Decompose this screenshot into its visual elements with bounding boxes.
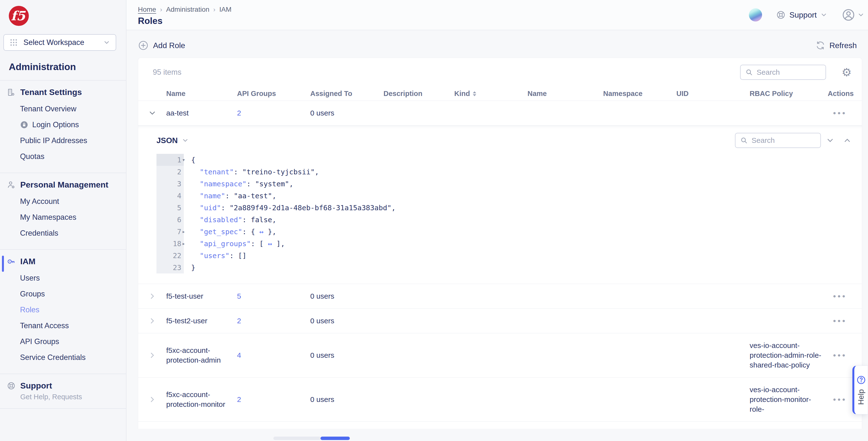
column-header-assigned-to: Assigned To xyxy=(310,90,383,98)
json-code-line: 4 "name": "aa-test", xyxy=(156,190,851,202)
json-code-block: 1▾{2 "tenant": "treino-tyjcbsii",3 "name… xyxy=(156,154,851,273)
role-name: f5-test-user xyxy=(166,291,237,301)
table-settings-gear-icon[interactable]: ⚙ xyxy=(842,67,851,78)
sidebar-item-quotas[interactable]: Quotas xyxy=(20,148,126,164)
support-menu[interactable]: Support xyxy=(776,10,828,20)
json-code-line: 6 "disabled": false, xyxy=(156,214,851,226)
content-area: Add Role Refresh 95 items xyxy=(126,30,868,441)
expand-chevron-icon[interactable] xyxy=(148,395,157,404)
user-avatar-icon xyxy=(842,8,855,22)
json-code-line: 2 "tenant": "treino-tyjcbsii", xyxy=(156,166,851,178)
sidebar-item-users[interactable]: Users xyxy=(20,270,126,286)
column-header-api-groups: API Groups xyxy=(237,90,310,98)
lock-icon xyxy=(20,121,28,129)
prev-match-chevron-up-icon[interactable] xyxy=(843,136,851,145)
lifebuoy-icon xyxy=(7,381,16,390)
f5-logo[interactable]: f5 xyxy=(9,6,29,26)
section-header-iam[interactable]: IAM xyxy=(7,257,126,266)
app-window: f5 Select Workspace Administration Tenan… xyxy=(0,0,868,441)
line-gutter: 2 xyxy=(156,166,184,178)
account-menu[interactable] xyxy=(842,8,865,22)
items-count: 95 items xyxy=(153,68,740,77)
add-role-label: Add Role xyxy=(153,41,185,50)
row-actions-button[interactable]: ••• xyxy=(833,397,847,402)
section-header-personal-management[interactable]: Personal Management xyxy=(7,180,126,189)
json-search-input[interactable] xyxy=(751,136,816,145)
rbac-policy: ves-io-account-protection-monitor-role- xyxy=(750,385,828,414)
sidebar-item-tenant-overview[interactable]: Tenant Overview xyxy=(20,101,126,117)
next-match-chevron-down-icon[interactable] xyxy=(826,136,835,145)
roles-table-card: 95 items ⚙ NameAPI GroupsAssigned ToDesc… xyxy=(138,58,862,429)
page-title: Roles xyxy=(138,16,749,26)
sidebar-section-personal-management: Personal Management My Account My Namesp… xyxy=(0,173,126,250)
column-header-actions: Actions xyxy=(828,90,862,98)
column-header-kind[interactable]: Kind xyxy=(454,90,527,98)
row-actions-button[interactable]: ••• xyxy=(833,111,847,116)
table-row[interactable]: f5-test2-user 2 0 users ••• xyxy=(138,308,862,333)
personal-management-icon xyxy=(7,180,16,189)
role-name: f5-test2-user xyxy=(166,316,237,326)
sidebar-item-api-groups[interactable]: API Groups xyxy=(20,333,126,349)
row-actions-button[interactable]: ••• xyxy=(833,294,847,299)
workspace-selector[interactable]: Select Workspace xyxy=(3,34,116,51)
table-row[interactable]: aa-test 2 0 users ••• xyxy=(138,101,862,125)
role-name: f5xc-account-protection-monitor xyxy=(166,390,237,409)
breadcrumb-iam[interactable]: IAM xyxy=(219,6,231,13)
help-tab[interactable]: Help xyxy=(852,365,868,414)
assistant-orb[interactable] xyxy=(749,8,762,22)
sort-icon[interactable] xyxy=(473,91,476,96)
refresh-button[interactable]: Refresh xyxy=(815,40,857,51)
breadcrumb-home[interactable]: Home xyxy=(138,6,156,13)
sidebar-item-credentials[interactable]: Credentials xyxy=(20,225,126,241)
json-code-line: 7▸ "get_spec": { ↔ }, xyxy=(156,226,851,238)
breadcrumb-separator: › xyxy=(160,6,162,13)
json-mode-dropdown[interactable]: JSON xyxy=(156,136,189,145)
api-groups-link[interactable]: 2 xyxy=(237,109,241,117)
sidebar-item-groups[interactable]: Groups xyxy=(20,286,126,302)
column-header-uid: UID xyxy=(676,90,750,98)
chevron-down-icon xyxy=(182,137,189,144)
table-row[interactable]: f5xc-account-protection-monitor 2 0 user… xyxy=(138,378,862,422)
row-actions-button[interactable]: ••• xyxy=(833,353,847,358)
api-groups-link[interactable]: 2 xyxy=(237,395,241,403)
table-row[interactable]: f5-test-user 5 0 users ••• xyxy=(138,284,862,308)
sidebar-support[interactable]: Support xyxy=(7,381,126,390)
main-area: Home › Administration › IAM Roles Suppor… xyxy=(126,0,868,441)
assigned-to: 0 users xyxy=(310,316,383,326)
column-header-description: Description xyxy=(383,90,454,98)
iam-key-icon xyxy=(7,257,16,266)
row-actions-button[interactable]: ••• xyxy=(833,318,847,323)
column-header-name: Name xyxy=(166,90,237,98)
line-gutter: 22 xyxy=(156,249,184,262)
horizontal-scrollbar-thumb[interactable] xyxy=(320,437,350,440)
expand-chevron-icon[interactable] xyxy=(148,351,157,360)
breadcrumb-administration[interactable]: Administration xyxy=(166,6,209,13)
breadcrumb-separator: › xyxy=(213,6,216,13)
sidebar-item-roles[interactable]: Roles xyxy=(20,302,126,318)
section-header-tenant-settings[interactable]: Tenant Settings xyxy=(7,87,126,97)
sidebar-item-tenant-access[interactable]: Tenant Access xyxy=(20,318,126,333)
sidebar-item-public-ip-addresses[interactable]: Public IP Addresses xyxy=(20,133,126,148)
expand-chevron-icon[interactable] xyxy=(148,292,157,301)
support-title: Support xyxy=(20,381,52,390)
expand-chevron-icon[interactable] xyxy=(148,109,157,117)
expand-chevron-icon[interactable] xyxy=(148,317,157,325)
sidebar-item-my-account[interactable]: My Account xyxy=(20,194,126,209)
table-row[interactable]: f5xc-account-protection-admin 4 0 users … xyxy=(138,333,862,378)
fold-open-icon[interactable]: ▾ xyxy=(182,157,185,163)
add-role-button[interactable]: Add Role xyxy=(138,40,185,51)
table-search-input[interactable] xyxy=(757,68,821,77)
sidebar-item-login-options[interactable]: Login Options xyxy=(20,117,126,133)
api-groups-link[interactable]: 2 xyxy=(237,317,241,325)
api-groups-link[interactable]: 4 xyxy=(237,351,241,359)
json-mode-label: JSON xyxy=(156,136,178,145)
api-groups-link[interactable]: 5 xyxy=(237,292,241,300)
sidebar-item-service-credentials[interactable]: Service Credentials xyxy=(20,349,126,365)
sidebar-section-support: Support Get Help, Requests xyxy=(0,374,126,409)
line-gutter: 5 xyxy=(156,202,184,214)
sidebar-item-my-namespaces[interactable]: My Namespaces xyxy=(20,209,126,225)
line-gutter: 1▾ xyxy=(156,154,184,166)
fold-closed-icon[interactable]: ▸ xyxy=(182,229,185,235)
fold-closed-icon[interactable]: ▸ xyxy=(182,240,185,246)
json-code-line: 3 "namespace": "system", xyxy=(156,178,851,190)
